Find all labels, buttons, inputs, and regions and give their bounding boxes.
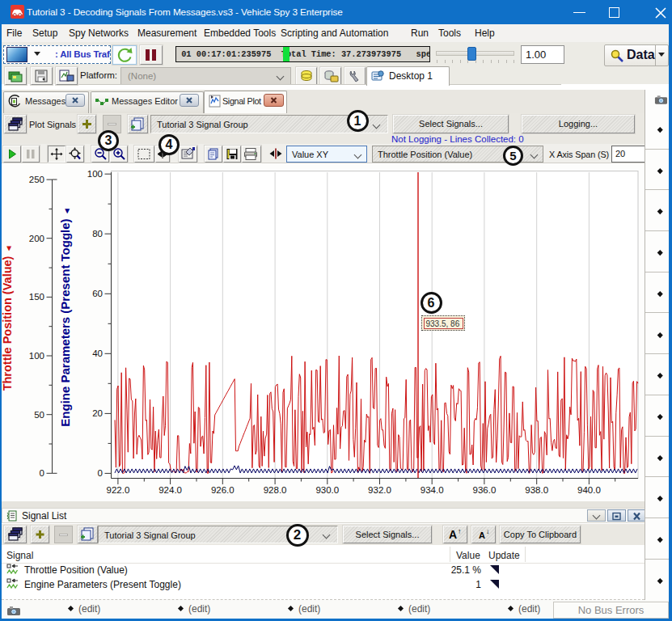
svg-text:938.0: 938.0 (525, 485, 548, 495)
svg-text:20: 20 (92, 408, 103, 418)
svg-text:60: 60 (92, 289, 103, 298)
svg-text:200: 200 (29, 234, 44, 243)
svg-text:100: 100 (87, 169, 103, 179)
svg-text:922.0: 922.0 (107, 485, 130, 495)
svg-text:40: 40 (92, 349, 103, 358)
svg-text:0: 0 (98, 468, 103, 478)
svg-text:0: 0 (40, 468, 44, 478)
svg-text:928.0: 928.0 (264, 485, 287, 495)
svg-text:250: 250 (29, 175, 44, 184)
svg-text:Throttle Position (Value) ◄: Throttle Position (Value) ◄ (1, 245, 14, 391)
svg-text:Engine Parameters (Present Tog: Engine Parameters (Present Toggle) ◄ (58, 207, 72, 426)
svg-text:934.0: 934.0 (421, 485, 444, 495)
svg-text:930.0: 930.0 (315, 485, 339, 495)
svg-text:936.0: 936.0 (473, 485, 497, 495)
svg-text:50: 50 (34, 410, 44, 420)
svg-text:932.0: 932.0 (368, 485, 391, 495)
svg-text:940.0: 940.0 (577, 485, 601, 495)
svg-text:80: 80 (92, 229, 103, 239)
svg-text:924.0: 924.0 (158, 485, 182, 495)
svg-text:150: 150 (29, 292, 44, 302)
svg-text:100: 100 (29, 351, 44, 361)
svg-text:926.0: 926.0 (211, 485, 235, 495)
